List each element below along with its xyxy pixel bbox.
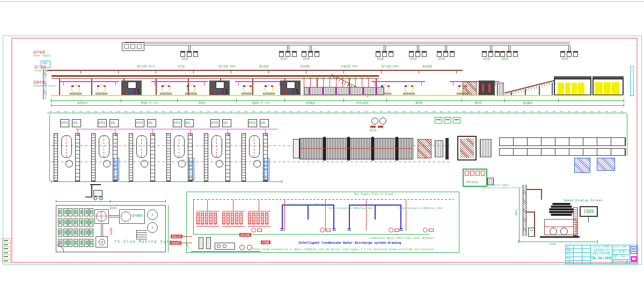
electrical-cabinet-top — [573, 51, 578, 53]
title-block-row-label: 校对 — [566, 253, 570, 256]
wall-tick — [155, 111, 157, 112]
roll-chock-left — [458, 85, 460, 87]
dim-tick — [177, 99, 178, 103]
cabinet-dot — [530, 230, 531, 231]
glue-tank-mark — [76, 210, 77, 214]
steam-tank — [265, 213, 268, 224]
glue-tank-mark — [86, 220, 87, 224]
wall-tick — [463, 111, 465, 112]
conveyor-post — [552, 83, 553, 96]
trap-pump-box — [394, 229, 399, 232]
glue-tank-mark — [90, 240, 91, 245]
wall-tick — [553, 111, 555, 112]
glue-tank-mark — [69, 230, 70, 235]
dim-tick — [51, 99, 52, 103]
preheater-post — [310, 78, 311, 87]
dryend-block-a — [463, 82, 477, 96]
steam-pipe-label: 蒸汽支管 DN40 — [218, 65, 236, 68]
pump-pipe-v — [103, 224, 103, 236]
steam-pipe-drop — [419, 71, 419, 74]
wall-tick — [425, 111, 428, 112]
glue-pipe-drop — [115, 129, 115, 133]
stand-post — [495, 82, 496, 86]
machine-roll — [550, 228, 557, 235]
wall-tick — [402, 111, 405, 112]
dryend-slot — [482, 84, 484, 92]
paper-stack-gap — [611, 82, 612, 94]
machine-detail — [123, 92, 125, 93]
single-facer-cab — [216, 82, 224, 89]
steam-riser — [284, 200, 285, 231]
plan-ladder — [264, 158, 269, 180]
boiler-label: 锅炉 — [42, 62, 48, 65]
electrical-cabinet-top — [409, 51, 414, 53]
trc-label: TRC0912 — [466, 180, 478, 184]
glue-tank-mark — [80, 240, 81, 245]
plan-centerline — [51, 162, 451, 162]
dim-tick — [236, 99, 237, 103]
machine-detail — [292, 92, 294, 93]
revision-strip-mark — [4, 256, 8, 257]
plan-dim-tick — [204, 180, 204, 183]
stand-post — [204, 82, 204, 86]
conveyor-divider — [569, 137, 569, 146]
roll-chock-right — [78, 85, 80, 87]
wall-tick — [508, 111, 510, 112]
trap-pump-circle — [251, 228, 256, 232]
cabinet-label: 电控柜 — [438, 57, 445, 60]
glue-tank-mark — [80, 210, 81, 214]
detail-dim-h-label: 4500 — [550, 243, 555, 245]
plan-left-dim — [49, 115, 50, 181]
glue-pipe-drop — [190, 129, 191, 133]
conveyor-divider — [611, 137, 611, 146]
forklift-wheel — [93, 196, 97, 200]
tank-group-riser — [259, 200, 259, 211]
electrical-cabinet-top — [308, 51, 313, 53]
detail-dim-tick — [597, 240, 598, 243]
wall-tick — [79, 111, 82, 112]
glue-tank-mark — [61, 220, 62, 224]
wall-tick — [49, 111, 52, 112]
wall-tick — [132, 111, 135, 112]
unit-label: 原纸架 — [173, 121, 181, 124]
electrical-cabinet-top — [488, 51, 493, 53]
plan-circle — [65, 160, 73, 167]
plan-red-dot — [152, 134, 154, 136]
paper-stack — [595, 82, 619, 94]
steam-tank — [209, 213, 213, 224]
pump-label: 输胶泵 — [109, 228, 112, 235]
steam-main-pipe — [193, 199, 454, 200]
glue-pipe-h — [109, 217, 119, 217]
dim-tick — [386, 99, 387, 103]
wall-tick — [260, 111, 262, 112]
preheater-roll — [309, 76, 312, 78]
single-facer-cab — [287, 82, 295, 89]
preheater-roll — [367, 76, 370, 78]
roll-chock-left — [71, 85, 74, 87]
beam-h — [526, 189, 542, 190]
dim-label: 单面机 SF-320 — [141, 101, 158, 104]
dim-tick — [504, 99, 505, 103]
wall-tick — [410, 111, 413, 112]
green-label-box — [435, 117, 442, 123]
trap-pump-circle — [389, 228, 393, 232]
double-facer-divider — [309, 87, 310, 95]
section-label-power-en: Power Supply — [33, 54, 51, 57]
wall-hatch — [43, 69, 47, 99]
steam-pipe-drop — [231, 71, 231, 74]
control-box-cell — [137, 44, 142, 49]
electrical-cabinet-top — [450, 51, 455, 53]
kitchen-dim-right — [168, 205, 169, 252]
revision-strip-line — [2, 251, 11, 251]
wall-tick — [237, 111, 240, 112]
conveyor-divider — [625, 148, 625, 156]
company-logo-line — [632, 248, 636, 249]
electrical-cabinet-top — [193, 51, 198, 53]
kitchen-dim-tick — [110, 200, 111, 203]
machine-centerline — [544, 227, 576, 227]
plan-roll-centerline — [141, 136, 142, 157]
corrugator-centerline — [299, 148, 413, 149]
steam-main-drop — [193, 199, 194, 234]
roll-chock-left — [97, 85, 99, 87]
plan-circle — [216, 160, 223, 167]
